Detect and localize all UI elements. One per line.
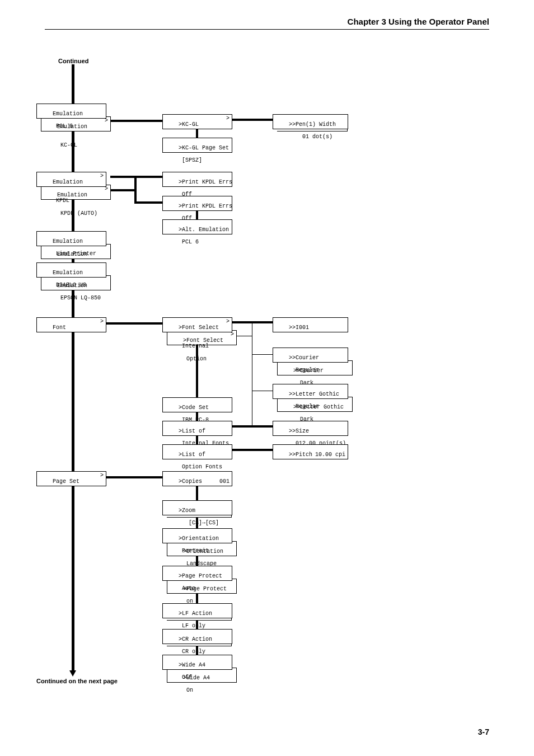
conn (134, 176, 163, 178)
node-font: Font > (36, 317, 106, 332)
line1: >Page Protect (179, 573, 222, 579)
line1: >>Size (289, 428, 309, 434)
line2: PCL 6 (179, 239, 199, 245)
line1: >LF Action (179, 611, 212, 617)
line2: DIABLO US (53, 282, 86, 288)
line2: Regular (289, 403, 319, 410)
node-emu-line: Emulation Line Printer (36, 231, 106, 246)
node-page-set: Page Set > (36, 471, 106, 486)
conn (252, 425, 252, 426)
line1: >Font Select (179, 325, 219, 331)
line2: Off (179, 674, 192, 680)
line1: Emulation (53, 111, 83, 117)
main-spine (72, 64, 74, 672)
submenu-indicator: > (100, 472, 104, 478)
node-emu-pcl6: Emulation PCL 6 (36, 104, 106, 119)
line2: [CS]→[CS] (179, 520, 219, 526)
line1: >Zoom (179, 508, 195, 514)
conn (106, 322, 163, 325)
document-page: Chapter 3 Using the Operator Panel Conti… (0, 0, 534, 756)
line2: PCL 6 (53, 123, 73, 129)
submenu-indicator: > (100, 318, 104, 325)
node-list-internal: >List of Internal Fonts (162, 421, 232, 436)
conn (232, 321, 274, 323)
line1: Font (53, 325, 66, 331)
node-kcgl-penwidth: >KC-GL > Pen Width (162, 114, 232, 129)
conn (134, 176, 137, 204)
line2: KPDL (AUTO) (57, 210, 97, 217)
conn (196, 344, 198, 400)
node-pitch: >>Pitch 10.00 cpi (273, 444, 348, 459)
node-letter-reg: >>Letter Gothic Regular (273, 384, 348, 399)
continued-label-top: Continued (58, 58, 88, 64)
line1: >>Pen(1) Width (289, 121, 336, 128)
line1: >>Pitch (289, 452, 312, 458)
node-page-protect-auto: >Page Protect Auto (162, 566, 232, 581)
node-courier-reg: >>Courier Regular (273, 348, 348, 363)
line1: >CR Action (179, 636, 212, 642)
spine-arrow (69, 670, 76, 677)
line2: Internal (179, 343, 209, 349)
node-list-option: >List of Option Fonts (162, 444, 232, 459)
line1: Page Set (53, 478, 79, 485)
line1: >Print KPDL Errs (179, 203, 232, 209)
conn (232, 119, 274, 121)
node-zoom: >Zoom [CS]→[CS] (162, 500, 232, 515)
conn (232, 449, 274, 451)
line2: Line Printer (53, 251, 96, 257)
node-print-kpdl-1: >Print KPDL Errs Off (162, 172, 232, 187)
node-size: >>Size 012.00 point(s) (273, 421, 348, 436)
line1: >>I001 (289, 325, 309, 331)
line2: Auto (179, 585, 195, 591)
line1: >Orientation (179, 536, 219, 542)
conn (110, 120, 163, 122)
line2: KPDL (53, 198, 69, 204)
header-rule (45, 29, 489, 30)
node-lf-action: >LF Action LF only (162, 603, 232, 618)
line1: Emulation (53, 238, 83, 245)
line2: 01 dot(s) (289, 134, 332, 140)
conn (110, 189, 135, 191)
conn (106, 476, 163, 478)
line1: >Code Set (179, 405, 209, 411)
conn (196, 592, 198, 604)
node-print-kpdl-2: >Print KPDL Errs Off (162, 196, 232, 211)
node-alt-emulation: >Alt. Emulation PCL 6 (162, 219, 232, 234)
node-orient-portrait: >Orientation Portrait (162, 528, 232, 543)
submenu-indicator: > (226, 115, 229, 121)
conn (252, 354, 274, 355)
node-emu-kpdl: Emulation > KPDL (36, 172, 106, 187)
conn (110, 176, 135, 178)
conn (252, 391, 274, 391)
submenu-indicator: > (226, 318, 229, 325)
line1: >Print KPDL Errs (179, 179, 232, 185)
line2: KC-GL (57, 142, 77, 148)
submenu-indicator: > (100, 173, 104, 179)
line1: >KC-GL (179, 121, 199, 128)
conn (236, 336, 252, 336)
node-pen1-width: >>Pen(1) Width 01 dot(s) (273, 114, 348, 129)
node-font-select-internal: >Font Select > Internal (162, 317, 232, 332)
node-wide-a4-off: >Wide A4 Off (162, 655, 232, 670)
conn (232, 425, 274, 428)
node-emu-diablo: Emulation DIABLO US (36, 262, 106, 278)
conn (196, 209, 198, 220)
continued-label-bottom: Continued on the next page (36, 678, 118, 684)
line1: >>Letter Gothic (289, 391, 339, 397)
conn (134, 201, 163, 204)
conn (252, 322, 252, 426)
value: 10.00 cpi (315, 452, 345, 458)
page-number: 3-7 (478, 727, 489, 736)
value: 001 (219, 478, 229, 485)
conn (196, 485, 198, 501)
node-code-set: >Code Set IBM PC-8 (162, 397, 232, 412)
line2: Portrait (179, 548, 209, 554)
node-kcgl-pageset: >KC-GL Page Set [SPSZ] (162, 138, 232, 153)
line2: EPSON LQ-850 (57, 295, 101, 301)
line2: CR only (179, 649, 205, 655)
line1: >Alt. Emulation (179, 227, 229, 233)
line2: Regular (289, 367, 319, 373)
line1: >Copies (179, 478, 202, 485)
node-i001: >>I001 (273, 317, 348, 332)
line2: LF only (179, 623, 205, 629)
